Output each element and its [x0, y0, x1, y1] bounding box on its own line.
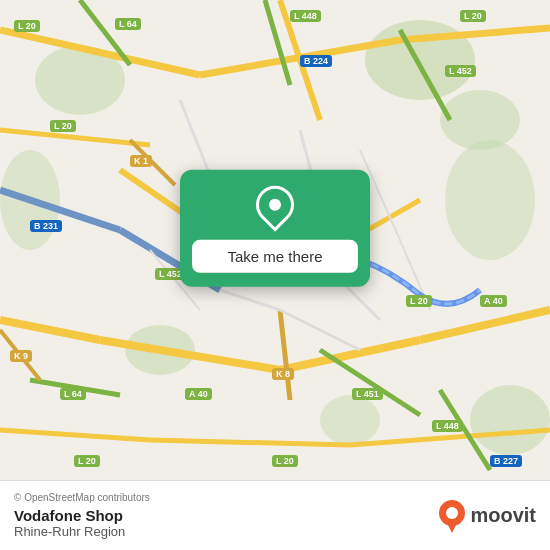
map-container: L 64 L 448 L 20 L 452 B 224 L 20 K 1 L 2…	[0, 0, 550, 480]
road-label-A40-r: A 40	[480, 295, 507, 307]
road-label-L20-mr: L 20	[14, 20, 40, 32]
svg-point-2	[440, 90, 520, 150]
copyright-text: © OpenStreetMap contributors	[14, 492, 150, 503]
svg-point-44	[446, 507, 458, 519]
road-label-K9: K 9	[10, 350, 32, 362]
road-label-L20-ml: L 20	[50, 120, 76, 132]
place-name: Vodafone Shop	[14, 507, 150, 524]
road-label-K8: K 8	[272, 368, 294, 380]
svg-point-8	[320, 395, 380, 445]
bottom-info: © OpenStreetMap contributors Vodafone Sh…	[14, 492, 150, 539]
moovit-text: moovit	[470, 504, 536, 527]
place-region: Rhine-Ruhr Region	[14, 524, 150, 539]
road-label-L20-b2: L 20	[272, 455, 298, 467]
svg-point-6	[445, 140, 535, 260]
road-label-L64-bl: L 64	[60, 388, 86, 400]
bottom-bar: © OpenStreetMap contributors Vodafone Sh…	[0, 480, 550, 550]
road-label-L452-r: L 452	[445, 65, 476, 77]
road-label-L20-t: L 20	[460, 10, 486, 22]
take-me-there-button[interactable]: Take me there	[192, 240, 358, 273]
road-label-B231: B 231	[30, 220, 62, 232]
road-label-L20-br: L 20	[406, 295, 432, 307]
moovit-pin-icon	[438, 499, 466, 533]
road-label-L448: L 448	[290, 10, 321, 22]
svg-marker-45	[447, 523, 457, 533]
svg-point-7	[470, 385, 550, 455]
popup-card: Take me there	[180, 170, 370, 287]
road-label-K1: K 1	[130, 155, 152, 167]
location-pin-icon	[248, 178, 302, 232]
road-label-B224: B 224	[300, 55, 332, 67]
road-label-A40-m: A 40	[185, 388, 212, 400]
moovit-logo: moovit	[438, 499, 536, 533]
road-label-L64-tl: L 64	[115, 18, 141, 30]
road-label-L20-bb: L 20	[74, 455, 100, 467]
road-label-L451: L 451	[352, 388, 383, 400]
road-label-L448-b: L 448	[432, 420, 463, 432]
road-label-B227: B 227	[490, 455, 522, 467]
